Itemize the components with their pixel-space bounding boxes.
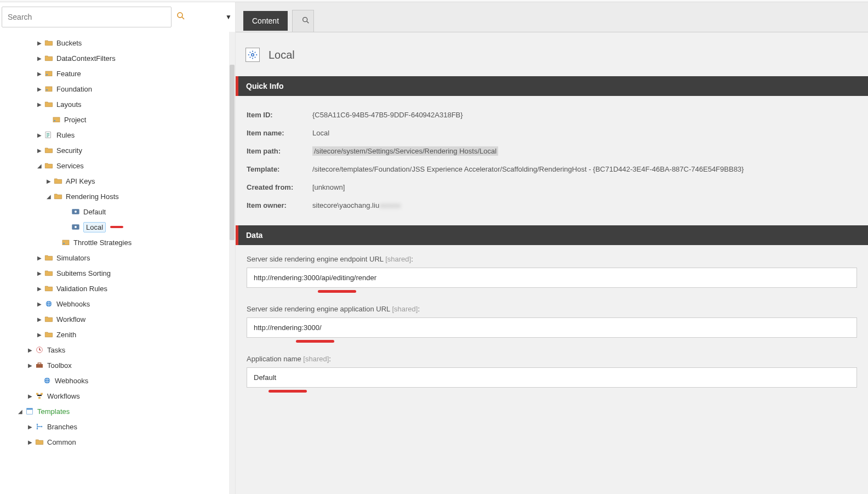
tree-item-rules[interactable]: ▶Rules [0, 127, 235, 143]
svg-point-7 [54, 120, 55, 122]
page-title-row: Local [236, 32, 868, 76]
tree-item-api-keys[interactable]: ▶API Keys [0, 173, 235, 189]
branch-icon [35, 422, 44, 431]
value-item-name: Local [312, 129, 329, 137]
search-icon[interactable] [176, 11, 186, 23]
label-application-url: Server side rendering engine application… [247, 305, 857, 313]
svg-point-32 [252, 54, 254, 56]
tree-item-buckets[interactable]: ▶Buckets [0, 35, 235, 50]
expander-icon[interactable]: ▶ [36, 147, 43, 154]
folder-icon [44, 161, 53, 170]
expander-icon[interactable]: ▶ [26, 439, 34, 445]
workflow-icon [35, 391, 44, 400]
box-icon [52, 115, 61, 124]
expander-icon[interactable]: ▶ [36, 132, 43, 138]
tree-item-throttle-strategies[interactable]: Throttle Strategies [0, 235, 235, 250]
label-item-path: Item path: [247, 147, 312, 155]
tree-item-feature[interactable]: ▶Feature [0, 66, 235, 81]
annotation-mark [318, 290, 356, 293]
input-endpoint-url[interactable] [247, 268, 857, 288]
svg-point-12 [75, 226, 77, 228]
expander-icon[interactable]: ▶ [26, 393, 34, 399]
tree-item-common[interactable]: ▶Common [0, 434, 235, 450]
expander-icon[interactable]: ▶ [26, 362, 34, 368]
tree-item-zenith[interactable]: ▶Zenith [0, 327, 235, 342]
svg-point-27 [37, 424, 38, 425]
tree-item-layouts[interactable]: ▶Layouts [0, 96, 235, 112]
expander-icon[interactable]: ▶ [26, 424, 34, 430]
tree-label: Toolbox [47, 361, 72, 370]
svg-point-10 [75, 211, 77, 213]
expander-icon[interactable]: ▶ [36, 316, 43, 322]
label-item-id: Item ID: [247, 111, 312, 119]
folder-icon [44, 330, 53, 339]
tree-label: Branches [47, 423, 77, 431]
input-application-url[interactable] [247, 317, 857, 338]
expander-icon[interactable]: ▶ [36, 270, 43, 276]
svg-rect-6 [53, 117, 60, 122]
tree-item-branches[interactable]: ▶Branches [0, 419, 235, 434]
expander-icon[interactable]: ◢ [16, 408, 24, 414]
tree-item-project[interactable]: Project [0, 112, 235, 127]
tree-item-webhooks[interactable]: Webhooks [0, 373, 235, 388]
tree-item-workflow[interactable]: ▶Workflow [0, 311, 235, 327]
input-application-name[interactable] [247, 367, 857, 388]
expander-icon[interactable]: ▶ [36, 301, 43, 307]
tree-item-rendering-hosts[interactable]: ◢Rendering Hosts [0, 189, 235, 204]
expander-icon[interactable]: ▶ [36, 71, 43, 77]
search-input[interactable] [2, 7, 172, 27]
rules-icon [44, 130, 53, 139]
eye-icon [71, 207, 80, 216]
svg-point-5 [46, 89, 48, 91]
tree-item-local[interactable]: Local [0, 219, 235, 235]
svg-point-29 [41, 426, 43, 428]
tab-content[interactable]: Content [243, 11, 288, 31]
section-quick-info[interactable]: Quick Info [236, 76, 868, 96]
folder-icon [54, 192, 62, 201]
tree-item-datacontextfilters[interactable]: ▶DataContextFilters [0, 50, 235, 66]
tab-search[interactable] [292, 10, 314, 32]
expander-icon[interactable]: ◢ [36, 163, 43, 169]
globe-icon [44, 299, 53, 308]
tree-label: Webhooks [55, 377, 88, 385]
expander-icon[interactable]: ▶ [36, 286, 43, 292]
expander-icon[interactable]: ◢ [45, 194, 53, 200]
globe-icon [43, 376, 52, 385]
expander-icon[interactable]: ▶ [26, 347, 34, 353]
gear-icon [245, 48, 260, 62]
section-data[interactable]: Data [236, 225, 868, 245]
tree-item-templates[interactable]: ◢Templates [0, 404, 235, 419]
value-item-owner: sitecore\yaochang.liuxxxxxx [312, 201, 401, 209]
tree-item-workflows[interactable]: ▶Workflows [0, 388, 235, 404]
tree-item-tasks[interactable]: ▶Tasks [0, 342, 235, 357]
expander-icon[interactable]: ▶ [36, 40, 43, 46]
svg-point-0 [178, 13, 182, 18]
tree-item-simulators[interactable]: ▶Simulators [0, 250, 235, 265]
template-icon [25, 407, 34, 416]
expander-icon[interactable]: ▶ [36, 101, 43, 107]
expander-icon[interactable]: ▶ [36, 86, 43, 92]
label-item-owner: Item owner: [247, 201, 312, 209]
tree-item-security[interactable]: ▶Security [0, 143, 235, 158]
tree-item-subitems-sorting[interactable]: ▶Subitems Sorting [0, 265, 235, 281]
scroll-thumb[interactable] [230, 65, 235, 240]
tree-label: Project [64, 116, 86, 124]
tree-item-validation-rules[interactable]: ▶Validation Rules [0, 281, 235, 296]
tree-item-services[interactable]: ◢Services [0, 158, 235, 173]
tree-scrollbar[interactable] [229, 32, 235, 494]
tree-label: Default [83, 208, 106, 216]
search-dropdown-icon[interactable]: ▼ [225, 13, 232, 21]
tree-item-toolbox[interactable]: ▶Toolbox [0, 357, 235, 373]
tree-item-webhooks[interactable]: ▶Webhooks [0, 296, 235, 311]
tree-item-default[interactable]: Default [0, 204, 235, 219]
tree-label: Local [86, 223, 103, 231]
tree-label: Simulators [56, 254, 90, 262]
label-template: Template: [247, 165, 312, 173]
expander-icon[interactable]: ▶ [36, 332, 43, 338]
expander-icon[interactable]: ▶ [36, 55, 43, 61]
expander-icon[interactable]: ▶ [45, 178, 53, 184]
tree-label: Buckets [56, 39, 82, 47]
folder-icon [44, 253, 53, 262]
tree-item-foundation[interactable]: ▶Foundation [0, 81, 235, 96]
expander-icon[interactable]: ▶ [36, 255, 43, 261]
